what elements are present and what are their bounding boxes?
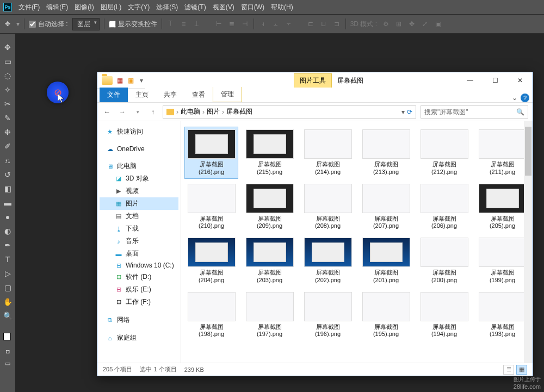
breadcrumb[interactable]: › 此电脑 › 图片 › 屏幕截图 ▾ ⟳	[163, 105, 416, 119]
tree-homegroup[interactable]: ⌂家庭组	[100, 332, 178, 344]
ribbon-tab[interactable]: 主页	[128, 88, 156, 102]
ps-menu-item[interactable]: 编辑(E)	[46, 3, 68, 12]
tree-drive-f[interactable]: ⊟工作 (F:)	[100, 296, 178, 308]
brush-tool-icon[interactable]: ✐	[1, 140, 14, 152]
file-item[interactable]: 屏幕截图 (195).png	[359, 289, 413, 341]
dist-4-icon[interactable]: ⊏	[306, 20, 315, 28]
tree-music[interactable]: ♪音乐	[100, 235, 178, 247]
screenmode-icon[interactable]: ▭	[5, 360, 10, 367]
view-large-icons-icon[interactable]: ▦	[516, 365, 527, 375]
file-item[interactable]: 屏幕截图 (203).png	[243, 235, 296, 287]
maximize-button[interactable]: ☐	[483, 72, 508, 89]
file-item[interactable]: 屏幕截图 (194).png	[417, 289, 471, 341]
file-item[interactable]: 屏幕截图 (209).png	[243, 181, 296, 233]
file-item[interactable]: 屏幕截图 (215).png	[243, 127, 296, 179]
history-brush-tool-icon[interactable]: ↺	[1, 169, 14, 181]
tree-downloads[interactable]: ⭳下载	[100, 222, 178, 235]
file-item[interactable]: 屏幕截图 (205).png	[475, 181, 529, 233]
transform-controls-checkbox[interactable]: 显示变换控件	[109, 20, 157, 29]
file-item[interactable]: 屏幕截图 (206).png	[417, 181, 471, 233]
crumb-1[interactable]: 图片	[207, 107, 220, 116]
tree-desktop[interactable]: ▬桌面	[100, 247, 178, 260]
auto-select-checkbox[interactable]: 自动选择 :	[29, 20, 68, 29]
search-icon[interactable]: 🔍	[516, 108, 524, 116]
file-item[interactable]: 屏幕截图 (198).png	[184, 289, 238, 341]
crumb-0[interactable]: 此电脑	[181, 107, 200, 116]
nav-tree[interactable]: ★快速访问 ☁OneDrive 🖥此电脑 ◪3D 对象 ▶视频 ▦图片 ▤文档 …	[97, 121, 181, 363]
marquee-tool-icon[interactable]: ▭	[1, 55, 14, 67]
ps-menu-item[interactable]: 窗口(W)	[241, 3, 264, 12]
eyedropper-tool-icon[interactable]: ✎	[1, 112, 14, 124]
tree-onedrive[interactable]: ☁OneDrive	[100, 144, 178, 154]
file-area[interactable]: 屏幕截图 (216).png屏幕截图 (215).png屏幕截图 (214).p…	[181, 121, 533, 363]
tree-drive-d[interactable]: ⊟软件 (D:)	[100, 271, 178, 283]
ps-menu-item[interactable]: 图层(L)	[101, 3, 122, 12]
search-box[interactable]: 🔍	[421, 105, 528, 119]
ps-menu-item[interactable]: 文件(F)	[18, 3, 40, 12]
color-swatch[interactable]	[1, 329, 14, 343]
search-input[interactable]	[424, 108, 506, 116]
forward-button[interactable]: →	[117, 107, 128, 117]
scrollbar-thumb[interactable]	[525, 127, 531, 176]
explorer-titlebar[interactable]: ▦ ▣ ▾ 图片工具 屏幕截图 — ☐ ✕	[97, 72, 533, 89]
dist-1-icon[interactable]: ⫞	[258, 20, 267, 28]
3d-pan-icon[interactable]: ⊞	[394, 20, 403, 28]
ribbon-tab[interactable]: 查看	[184, 88, 213, 102]
move-tool-icon[interactable]: ✥	[3, 20, 12, 28]
ribbon-tab[interactable]: 文件	[100, 88, 128, 102]
file-item[interactable]: 屏幕截图 (201).png	[359, 235, 413, 287]
ps-menu-item[interactable]: 视图(V)	[213, 3, 234, 12]
file-item[interactable]: 屏幕截图 (214).png	[301, 127, 355, 179]
tree-3d[interactable]: ◪3D 对象	[100, 172, 178, 185]
file-item[interactable]: 屏幕截图 (193).png	[475, 289, 529, 341]
dodge-tool-icon[interactable]: ◐	[1, 225, 14, 237]
magic-wand-tool-icon[interactable]: ✧	[1, 84, 14, 96]
ps-menu-item[interactable]: 滤镜(T)	[184, 3, 206, 12]
heal-tool-icon[interactable]: ❉	[1, 126, 14, 138]
qat-dropdown-icon[interactable]: ▾	[138, 77, 145, 84]
file-item[interactable]: 屏幕截图 (202).png	[301, 235, 355, 287]
align-top-icon[interactable]: ⟙	[166, 20, 175, 28]
3d-move-icon[interactable]: ✥	[407, 20, 416, 28]
move-tool-icon[interactable]: ✥	[1, 41, 14, 53]
file-item[interactable]: 屏幕截图 (197).png	[243, 289, 296, 341]
help-icon[interactable]: ?	[521, 94, 529, 102]
ribbon-context-tab[interactable]: 管理	[213, 87, 242, 102]
tree-quick-access[interactable]: ★快速访问	[100, 126, 178, 138]
close-button[interactable]: ✕	[508, 72, 533, 89]
tree-drive-e[interactable]: ⊟娱乐 (E:)	[100, 283, 178, 296]
view-details-icon[interactable]: ≣	[503, 365, 514, 375]
ps-menu-item[interactable]: 图像(I)	[75, 3, 94, 12]
gradient-tool-icon[interactable]: ▬	[1, 197, 14, 209]
tree-pictures[interactable]: ▦图片	[100, 197, 178, 210]
path-select-tool-icon[interactable]: ▷	[1, 267, 14, 279]
file-item[interactable]: 屏幕截图 (200).png	[417, 235, 471, 287]
shape-tool-icon[interactable]: ▢	[1, 282, 14, 294]
3d-scale-icon[interactable]: ⤢	[421, 20, 429, 28]
align-bottom-icon[interactable]: ⟘	[193, 20, 201, 28]
tree-network[interactable]: ⧉网络	[100, 314, 178, 326]
file-item[interactable]: 屏幕截图 (210).png	[184, 181, 238, 233]
dist-2-icon[interactable]: ⫠	[271, 20, 280, 28]
auto-select-target-dropdown[interactable]: 图层	[72, 18, 100, 30]
file-item[interactable]: 屏幕截图 (204).png	[184, 235, 238, 287]
dist-5-icon[interactable]: ⊔	[319, 20, 328, 28]
align-hcenter-icon[interactable]: ≣	[227, 20, 236, 28]
lasso-tool-icon[interactable]: ◌	[1, 70, 14, 82]
align-right-icon[interactable]: ⊣	[240, 20, 249, 28]
minimize-button[interactable]: —	[458, 72, 483, 89]
ribbon-expand-icon[interactable]: ⌄	[512, 94, 517, 102]
ps-menu-item[interactable]: 选择(S)	[156, 3, 178, 12]
file-item[interactable]: 屏幕截图 (208).png	[301, 181, 355, 233]
ps-menu-item[interactable]: 帮助(H)	[271, 3, 293, 12]
back-button[interactable]: ←	[102, 107, 113, 117]
hand-tool-icon[interactable]: ✋	[1, 296, 14, 308]
qat-props-icon[interactable]: ▦	[116, 77, 123, 84]
qat-new-icon[interactable]: ▣	[127, 77, 134, 84]
blur-tool-icon[interactable]: ●	[1, 211, 14, 223]
up-button[interactable]: ↑	[147, 107, 158, 117]
file-item[interactable]: 屏幕截图 (199).png	[475, 235, 529, 287]
tree-this-pc[interactable]: 🖥此电脑	[100, 160, 178, 172]
file-item[interactable]: 屏幕截图 (212).png	[417, 127, 471, 179]
3d-cam-icon[interactable]: ▣	[434, 20, 442, 28]
